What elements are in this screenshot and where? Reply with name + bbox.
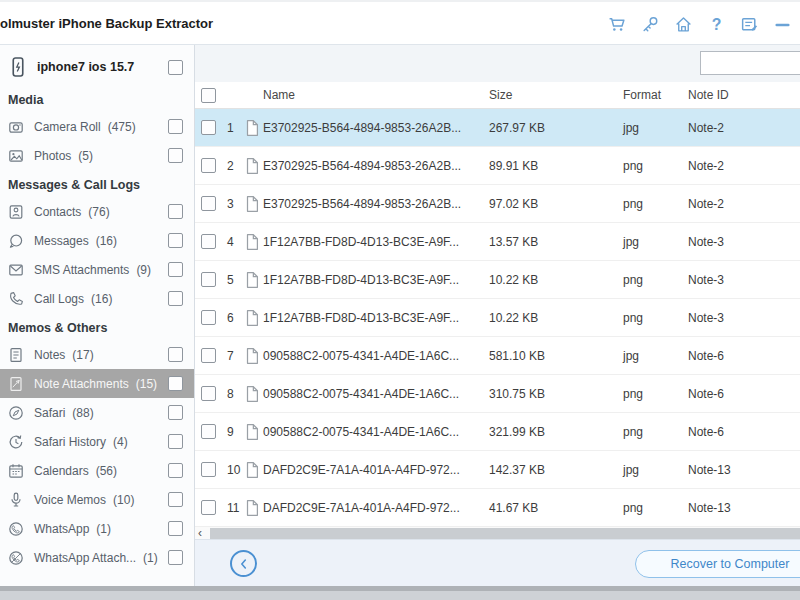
row-size: 97.02 KB: [487, 197, 621, 211]
row-format: png: [621, 311, 686, 325]
sidebar-item-checkbox[interactable]: [168, 463, 183, 478]
sidebar-item-checkbox[interactable]: [168, 347, 183, 362]
row-checkbox[interactable]: [201, 424, 216, 439]
row-size: 142.37 KB: [487, 463, 621, 477]
row-format: png: [621, 425, 686, 439]
table-row[interactable]: 9090588C2-0075-4341-A4DE-1A6C...321.99 K…: [195, 413, 800, 451]
row-name: 090588C2-0075-4341-A4DE-1A6C...: [261, 425, 487, 439]
app-window: olmuster iPhone Backup Extractor ? iphon…: [0, 0, 800, 588]
sidebar-item-checkbox[interactable]: [168, 262, 183, 277]
sidebar-item-safari-history[interactable]: Safari History(4): [0, 427, 194, 456]
row-checkbox[interactable]: [201, 310, 216, 325]
row-size: 41.67 KB: [487, 501, 621, 515]
sidebar-item-safari[interactable]: Safari(88): [0, 398, 194, 427]
sidebar-item-label: WhatsApp: [34, 522, 89, 536]
row-name: 090588C2-0075-4341-A4DE-1A6C...: [261, 349, 487, 363]
row-checkbox[interactable]: [201, 272, 216, 287]
sidebar-item-label: Messages: [34, 234, 89, 248]
table-row[interactable]: 8090588C2-0075-4341-A4DE-1A6C...310.75 K…: [195, 375, 800, 413]
row-checkbox[interactable]: [201, 158, 216, 173]
back-button[interactable]: [230, 550, 257, 577]
recover-to-computer-button[interactable]: Recover to Computer: [635, 550, 800, 578]
row-checkbox[interactable]: [201, 234, 216, 249]
sidebar-section-messages-call-logs: Messages & Call Logs: [0, 170, 194, 197]
table-row[interactable]: 41F12A7BB-FD8D-4D13-BC3E-A9F...13.57 KBj…: [195, 223, 800, 261]
select-all-checkbox[interactable]: [201, 88, 216, 103]
sidebar-section-memos-others: Memos & Others: [0, 313, 194, 340]
sidebar-item-checkbox[interactable]: [168, 550, 183, 565]
row-checkbox[interactable]: [201, 348, 216, 363]
row-checkbox[interactable]: [201, 120, 216, 135]
sidebar-item-checkbox[interactable]: [168, 148, 183, 163]
sidebar-item-call-logs[interactable]: Call Logs(16): [0, 284, 194, 313]
sidebar-item-checkbox[interactable]: [168, 233, 183, 248]
file-icon: [243, 385, 261, 403]
voice-memos-icon: [8, 492, 24, 508]
row-checkbox[interactable]: [201, 462, 216, 477]
minimize-icon[interactable]: [773, 15, 792, 34]
row-size: 267.97 KB: [487, 121, 621, 135]
sidebar-item-voice-memos[interactable]: Voice Memos(10): [0, 485, 194, 514]
row-number: 3: [221, 197, 243, 211]
device-checkbox[interactable]: [168, 60, 183, 75]
column-header-format[interactable]: Format: [621, 88, 686, 102]
sidebar-item-camera-roll[interactable]: Camera Roll(475): [0, 112, 194, 141]
sidebar-item-label: Photos: [34, 149, 71, 163]
table-body: 1E3702925-B564-4894-9853-26A2B...267.97 …: [195, 109, 800, 527]
sidebar-item-notes[interactable]: Notes(17): [0, 340, 194, 369]
table-row[interactable]: 1E3702925-B564-4894-9853-26A2B...267.97 …: [195, 109, 800, 147]
table-row[interactable]: 11DAFD2C9E-7A1A-401A-A4FD-972...41.67 KB…: [195, 489, 800, 527]
table-row[interactable]: 61F12A7BB-FD8D-4D13-BC3E-A9F...10.22 KBp…: [195, 299, 800, 337]
row-name: E3702925-B564-4894-9853-26A2B...: [261, 197, 487, 211]
sidebar-item-note-attachments[interactable]: Note Attachments(15): [0, 369, 194, 398]
sidebar-item-checkbox[interactable]: [168, 492, 183, 507]
sidebar-item-whatsapp[interactable]: WhatsApp(1): [0, 514, 194, 543]
row-noteid: Note-13: [686, 501, 800, 515]
file-icon: [243, 461, 261, 479]
sidebar-item-checkbox[interactable]: [168, 291, 183, 306]
home-icon[interactable]: [674, 15, 693, 34]
table-row[interactable]: 2E3702925-B564-4894-9853-26A2B...89.91 K…: [195, 147, 800, 185]
row-number: 5: [221, 273, 243, 287]
column-header-name[interactable]: Name: [261, 88, 487, 102]
sidebar-item-checkbox[interactable]: [168, 521, 183, 536]
sidebar-item-count: (56): [96, 464, 117, 478]
sidebar-item-messages[interactable]: Messages(16): [0, 226, 194, 255]
feedback-icon[interactable]: [740, 15, 759, 34]
table-row[interactable]: 3E3702925-B564-4894-9853-26A2B...97.02 K…: [195, 185, 800, 223]
sidebar-item-checkbox[interactable]: [168, 119, 183, 134]
file-icon: [243, 347, 261, 365]
table-row[interactable]: 7090588C2-0075-4341-A4DE-1A6C...581.10 K…: [195, 337, 800, 375]
row-checkbox[interactable]: [201, 386, 216, 401]
sidebar-item-checkbox[interactable]: [168, 376, 183, 391]
scroll-left-arrow-icon[interactable]: ‹: [198, 526, 202, 540]
sidebar-item-sms-attachments[interactable]: SMS Attachments(9): [0, 255, 194, 284]
sms-attachments-icon: [8, 262, 24, 278]
sidebar-item-calendars[interactable]: Calendars(56): [0, 456, 194, 485]
column-header-noteid[interactable]: Note ID: [686, 88, 800, 102]
row-format: png: [621, 273, 686, 287]
sidebar-item-checkbox[interactable]: [168, 204, 183, 219]
row-format: png: [621, 387, 686, 401]
sidebar-item-count: (16): [96, 234, 117, 248]
table-row[interactable]: 51F12A7BB-FD8D-4D13-BC3E-A9F...10.22 KBp…: [195, 261, 800, 299]
table-row[interactable]: 10DAFD2C9E-7A1A-401A-A4FD-972...142.37 K…: [195, 451, 800, 489]
sidebar-item-count: (5): [78, 149, 93, 163]
sidebar-item-checkbox[interactable]: [168, 434, 183, 449]
sidebar-item-contacts[interactable]: Contacts(76): [0, 197, 194, 226]
sidebar-item-checkbox[interactable]: [168, 405, 183, 420]
sidebar-item-whatsapp-attach[interactable]: WhatsApp Attach...(1): [0, 543, 194, 572]
help-icon[interactable]: ?: [707, 15, 726, 34]
row-noteid: Note-6: [686, 387, 800, 401]
row-checkbox[interactable]: [201, 196, 216, 211]
row-number: 1: [221, 121, 243, 135]
device-row[interactable]: iphone7 ios 15.7: [0, 45, 194, 85]
file-icon: [243, 423, 261, 441]
row-name: 1F12A7BB-FD8D-4D13-BC3E-A9F...: [261, 235, 487, 249]
column-header-size[interactable]: Size: [487, 88, 621, 102]
key-icon[interactable]: [641, 15, 660, 34]
row-checkbox[interactable]: [201, 500, 216, 515]
cart-icon[interactable]: [608, 15, 627, 34]
search-input[interactable]: [700, 51, 800, 75]
sidebar-item-photos[interactable]: Photos(5): [0, 141, 194, 170]
